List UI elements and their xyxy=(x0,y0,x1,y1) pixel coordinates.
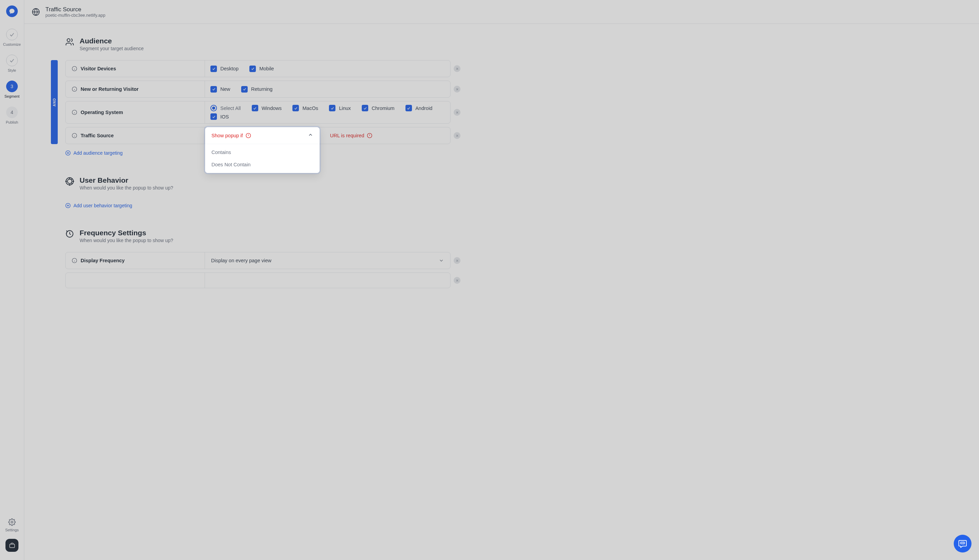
checkbox-windows[interactable]: Windows xyxy=(252,105,282,111)
chevron-down-icon xyxy=(439,258,444,263)
svg-point-3 xyxy=(67,38,70,42)
section-title-frequency: Frequency Settings xyxy=(80,229,173,237)
checkbox-chromium[interactable]: Chromium xyxy=(362,105,395,111)
section-title-behavior: User Behavior xyxy=(80,176,173,184)
remove-rule-button[interactable] xyxy=(454,257,460,264)
step-style[interactable]: Style xyxy=(6,55,18,72)
dropdown-option-does-not-contain[interactable]: Does Not Contain xyxy=(205,158,319,171)
step-customize[interactable]: Customize xyxy=(3,29,21,47)
rule-traffic-source: Traffic Source URL is required xyxy=(65,127,450,144)
globe-icon xyxy=(32,8,40,16)
checkbox-returning[interactable]: Returning xyxy=(241,86,273,93)
step-label: Segment xyxy=(5,94,20,98)
info-icon[interactable] xyxy=(72,258,77,263)
intercom-launcher[interactable] xyxy=(954,535,971,552)
remove-rule-button[interactable] xyxy=(454,109,460,116)
checkbox-macos[interactable]: MacOs xyxy=(292,105,318,111)
section-subtitle: Segment your target audience xyxy=(80,46,144,51)
checkbox-new[interactable]: New xyxy=(210,86,230,93)
info-icon[interactable] xyxy=(72,66,77,72)
error-icon xyxy=(367,133,372,138)
checkbox-mobile[interactable]: Mobile xyxy=(249,65,274,72)
dropdown-option-contains[interactable]: Contains xyxy=(205,146,319,158)
remove-rule-button[interactable] xyxy=(454,132,460,139)
add-user-behavior-targeting-button[interactable]: Add user behavior targeting xyxy=(65,203,450,208)
header: Traffic Source poetic-muffin-cbc3ee.netl… xyxy=(24,0,979,24)
page-title: Traffic Source xyxy=(45,6,105,13)
page-subtitle: poetic-muffin-cbc3ee.netlify.app xyxy=(45,13,105,18)
section-subtitle: When would you like the popup to show up… xyxy=(80,185,173,190)
info-icon[interactable] xyxy=(72,133,77,138)
error-icon xyxy=(245,133,251,138)
rule-operating-system: Operating System Select All Windows MacO… xyxy=(65,101,450,123)
rule-new-returning: New or Returning Visitor New Returning xyxy=(65,81,450,98)
behavior-icon xyxy=(65,177,74,186)
briefcase-button[interactable] xyxy=(5,539,18,552)
step-label: Publish xyxy=(6,120,18,124)
display-frequency-select[interactable]: Display on every page view xyxy=(205,252,450,269)
audience-icon xyxy=(65,38,74,47)
checkbox-desktop[interactable]: Desktop xyxy=(210,65,238,72)
svg-point-0 xyxy=(11,521,13,523)
step-publish[interactable]: 4 Publish xyxy=(6,107,18,124)
step-label: Style xyxy=(8,68,16,72)
url-required-error: URL is required xyxy=(330,133,372,138)
show-popup-if-dropdown[interactable]: Show popup if Contains Does Not Contain xyxy=(205,127,320,173)
radio-select-all[interactable]: Select All xyxy=(210,105,241,111)
and-label: AND xyxy=(53,98,57,107)
rule-empty xyxy=(65,272,450,288)
rule-display-frequency: Display Frequency Display on every page … xyxy=(65,252,450,269)
remove-rule-button[interactable] xyxy=(454,65,460,72)
step-segment[interactable]: 3 Segment xyxy=(5,81,20,98)
info-icon[interactable] xyxy=(72,110,77,115)
rule-visitor-devices: Visitor Devices Desktop Mobile xyxy=(65,60,450,77)
section-subtitle: When would you like the popup to show up… xyxy=(80,238,173,243)
remove-rule-button[interactable] xyxy=(454,277,460,284)
step-label: Customize xyxy=(3,42,21,47)
app-logo[interactable] xyxy=(6,5,18,17)
frequency-icon xyxy=(65,230,74,238)
sidebar: Customize Style 3 Segment 4 Publish Sett… xyxy=(0,0,24,560)
settings-button[interactable]: Settings xyxy=(5,518,19,532)
remove-rule-button[interactable] xyxy=(454,86,460,93)
section-title-audience: Audience xyxy=(80,37,144,45)
info-icon[interactable] xyxy=(72,87,77,92)
svg-rect-1 xyxy=(10,544,14,547)
chevron-up-icon[interactable] xyxy=(308,132,313,139)
checkbox-linux[interactable]: Linux xyxy=(329,105,351,111)
checkbox-ios[interactable]: IOS xyxy=(210,113,229,120)
checkbox-android[interactable]: Android xyxy=(405,105,432,111)
